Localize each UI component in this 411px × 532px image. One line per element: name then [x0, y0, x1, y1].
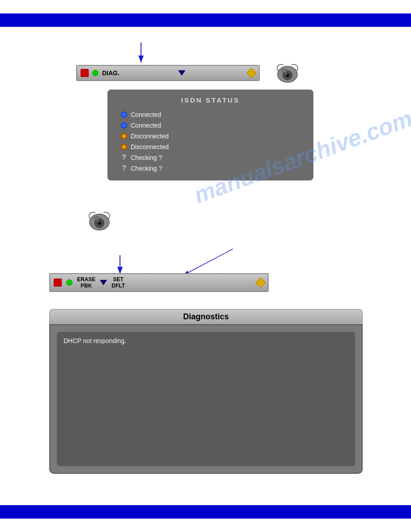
- list-item: ? Checking ?: [121, 163, 304, 174]
- list-item: Disconnected: [121, 131, 304, 142]
- svg-point-7: [285, 73, 287, 75]
- status-indicator-disconnected2: [121, 144, 127, 150]
- dropdown-triangle[interactable]: [178, 70, 185, 76]
- status-indicator-connected1: [121, 112, 127, 118]
- diamond-button[interactable]: [247, 68, 257, 78]
- svg-rect-12: [94, 217, 99, 220]
- red-button-bottom[interactable]: [54, 279, 62, 287]
- list-item: Connected: [121, 109, 304, 120]
- diagnostics-title: Diagnostics: [49, 309, 363, 324]
- status-list: Connected Connected Disconnected Disconn…: [116, 109, 304, 174]
- isdn-status-panel: ISDN STATUS Connected Connected Disconne…: [107, 90, 313, 180]
- status-text-connected2: Connected: [131, 122, 161, 129]
- footer-bar: [0, 505, 411, 519]
- status-indicator-connected2: [121, 122, 127, 129]
- dflt-label: DFLT: [111, 283, 125, 289]
- diagnostics-content: DHCP not responding.: [49, 324, 363, 474]
- list-item: Disconnected: [121, 142, 304, 152]
- green-indicator: [92, 70, 98, 76]
- erase-label: ERASE: [77, 276, 95, 283]
- isdn-status-title: ISDN STATUS: [116, 96, 304, 104]
- pbk-label: PBK: [81, 283, 92, 289]
- camera-icon-bottom: [87, 210, 112, 232]
- svg-line-17: [184, 249, 233, 275]
- status-text-disconnected2: Disconnected: [131, 143, 169, 150]
- status-indicator-checking2: ?: [121, 165, 127, 172]
- set-label: SET: [113, 276, 124, 283]
- toolbar-top-label: DIAG.: [102, 69, 175, 77]
- status-indicator-checking1: ?: [121, 154, 127, 161]
- red-button[interactable]: [81, 69, 89, 77]
- toolbar-bottom: ERASE PBK SET DFLT: [49, 273, 269, 292]
- diagnostics-panel: Diagnostics DHCP not responding.: [49, 309, 363, 474]
- status-text-checking2: Checking ?: [131, 165, 162, 172]
- svg-rect-6: [282, 69, 287, 72]
- diamond-button-bottom[interactable]: [256, 278, 266, 288]
- list-item: Connected: [121, 120, 304, 131]
- toolbar-top: DIAG.: [76, 65, 260, 81]
- camera-icon-top: [275, 63, 300, 84]
- diagnostics-message: DHCP not responding.: [64, 337, 126, 344]
- svg-point-13: [97, 221, 99, 223]
- status-text-checking1: Checking ?: [131, 154, 162, 161]
- status-text-disconnected1: Disconnected: [131, 133, 169, 140]
- status-indicator-disconnected1: [121, 133, 127, 139]
- diagnostics-inner: DHCP not responding.: [57, 332, 355, 466]
- dropdown-triangle-bottom[interactable]: [100, 280, 107, 285]
- status-text-connected1: Connected: [131, 111, 161, 118]
- header-bar: [0, 13, 411, 27]
- green-indicator-bottom: [66, 279, 73, 286]
- list-item: ? Checking ?: [121, 152, 304, 163]
